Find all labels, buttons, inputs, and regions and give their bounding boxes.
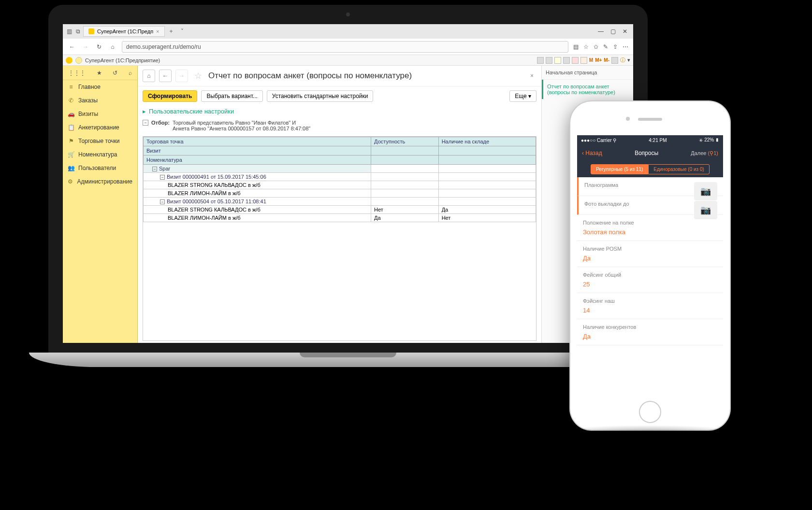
toolbar-icon[interactable] [580,57,587,64]
window-maximize-icon[interactable]: ▢ [610,28,616,35]
sidebar-item[interactable]: 👥Пользователи [63,161,137,175]
question-item[interactable]: Наличие POSMДа [577,241,723,267]
toolbar-icon[interactable] [611,57,618,64]
sidebar-label: Пользователи [78,165,116,171]
report-cell[interactable]: BLAZER STRONG КАЛЬВАДОС в ж/б [144,181,371,189]
more-button[interactable]: Еще ▾ [509,90,536,102]
question-item[interactable]: Планограмма📷 [577,177,723,196]
bookmark-icon[interactable]: ☆ [583,43,589,50]
rp-current[interactable]: Отчет по вопросам анкет (вопросы по номе… [542,80,633,99]
info-icon[interactable]: ⓘ [620,57,625,64]
favorites-icon[interactable]: ✩ [594,43,598,50]
window-close-icon[interactable]: ✕ [623,28,627,35]
nav-next-button[interactable]: → [175,70,188,82]
report-cell[interactable]: BLAZER ЛИМОН-ЛАЙМ в ж/б [144,189,371,198]
close-page-button[interactable]: × [527,72,536,79]
reader-icon[interactable]: ▤ [573,43,579,50]
close-tab-icon[interactable]: × [156,28,159,34]
seg-regular[interactable]: Регулярные (5 из 11) [591,164,648,174]
sidebar-item[interactable]: ⚙Администрирование [63,175,137,188]
sidebar-toggle-icon[interactable]: ▥ [66,28,72,35]
tab-chevron-icon[interactable]: ˅ [178,28,187,35]
question-item[interactable]: Наличие конкурентовДа [577,319,723,345]
question-item[interactable]: Положение на полкеЗолотая полка [577,215,723,241]
sidebar-icon: 🚗 [68,111,74,117]
tab-title: СуперАгент (1С:Предп [97,28,153,34]
group-row[interactable]: −Spar [144,165,371,173]
dropdown-icon[interactable]: ▾ [627,57,630,63]
sidebar-label: Торговые точки [78,138,120,144]
variant-button[interactable]: Выбрать вариант... [201,90,262,102]
report-cell[interactable]: −Визит 000000504 от 05.10.2017 11:08:41 [144,198,371,206]
star-icon[interactable]: ★ [97,70,102,76]
apps-icon[interactable]: ⋮⋮⋮ [68,70,86,76]
report-cell: Да [371,214,439,222]
browser-tab[interactable]: СуперАгент (1С:Предп × [83,26,165,37]
back-button[interactable]: ‹ Назад [582,150,602,156]
new-tab-button[interactable]: + [167,28,176,35]
question-label: Фейсинг общий [583,272,717,278]
sidebar-icon: 📋 [68,124,74,131]
report-cell [371,173,439,181]
next-button[interactable]: Далее (⚲1) [691,150,718,156]
collapse-icon[interactable]: − [143,120,148,126]
share-icon[interactable]: ⇪ [613,43,618,50]
notes-icon[interactable]: ✎ [603,43,608,50]
sidebar-item[interactable]: 📋Анкетирование [63,121,137,134]
toolbar-icon[interactable] [563,57,570,64]
report-table: Торговая точка Доступность Наличие на ск… [143,136,536,341]
col-header[interactable]: Наличие на складе [438,137,536,146]
question-item[interactable]: Фото выкладки до📷 [577,196,723,215]
rp-home[interactable]: Начальная страница [542,66,633,80]
nav-prev-button[interactable]: ← [159,70,172,82]
defaults-button[interactable]: Установить стандартные настройки [267,90,374,102]
tab-favicon [88,28,94,34]
menu-icon[interactable]: ⋯ [623,43,628,50]
report-cell: Да [438,206,536,214]
home-button[interactable]: ⌂ [143,70,155,82]
question-list[interactable]: Планограмма📷Фото выкладки до📷Положение н… [577,177,723,396]
onec-logo-icon [66,57,72,64]
report-cell: Нет [371,206,439,214]
question-item[interactable]: Фэйсинг наш14 [577,293,723,319]
seg-once[interactable]: Единоразовые (0 из 0) [648,164,710,174]
sidebar-item[interactable]: ≡Главное [63,80,137,94]
favorite-button[interactable]: ☆ [192,70,204,82]
home-button[interactable] [639,401,661,423]
url-input[interactable]: demo.superagent.ru/demo/ru [122,41,568,53]
window-minimize-icon[interactable]: — [598,28,604,35]
sidebar-item[interactable]: 🛒Номенклатура [63,148,137,161]
memory-mminus[interactable]: M- [604,57,609,63]
toolbar-icon[interactable] [572,57,579,64]
col-header[interactable]: Доступность [371,137,439,146]
sidebar-label: Номенклатура [78,151,117,158]
question-item[interactable]: Фейсинг общий25 [577,267,723,293]
question-label: Наличие POSM [583,246,717,252]
sidebar-item[interactable]: ✆Заказы [63,94,137,107]
user-settings-toggle[interactable]: ▸ Пользовательские настройки [138,106,541,117]
nav-reload-icon[interactable]: ↻ [95,43,103,50]
restore-icon[interactable]: ⧉ [74,28,81,35]
report-cell [371,198,439,206]
sidebar-item[interactable]: 🚗Визиты [63,107,137,121]
form-button[interactable]: Сформировать [143,90,197,102]
report-cell: Нет [438,214,536,222]
report-cell [371,181,439,189]
report-cell[interactable]: BLAZER ЛИМОН-ЛАЙМ в ж/б [144,214,371,222]
memory-m[interactable]: M [589,57,593,63]
nav-home-icon[interactable]: ⌂ [108,43,117,50]
col-header[interactable]: Торговая точка [144,137,371,146]
report-cell[interactable]: −Визит 000000491 от 15.09.2017 15:45:06 [144,173,371,181]
sidebar-item[interactable]: ⚑Торговые точки [63,134,137,148]
search-icon[interactable]: ⌕ [129,70,132,76]
onec-menu-icon[interactable] [75,57,82,64]
report-cell[interactable]: BLAZER STRONG КАЛЬВАДОС в ж/б [144,206,371,214]
memory-mplus[interactable]: M+ [595,57,602,63]
toolbar-icon[interactable] [537,57,544,64]
toolbar-icon[interactable] [554,57,561,64]
nav-back-icon[interactable]: ← [68,43,76,50]
nav-forward-icon[interactable]: → [81,43,90,50]
history-icon[interactable]: ↺ [113,70,117,76]
question-value: Да [583,333,717,340]
toolbar-icon[interactable] [546,57,552,64]
